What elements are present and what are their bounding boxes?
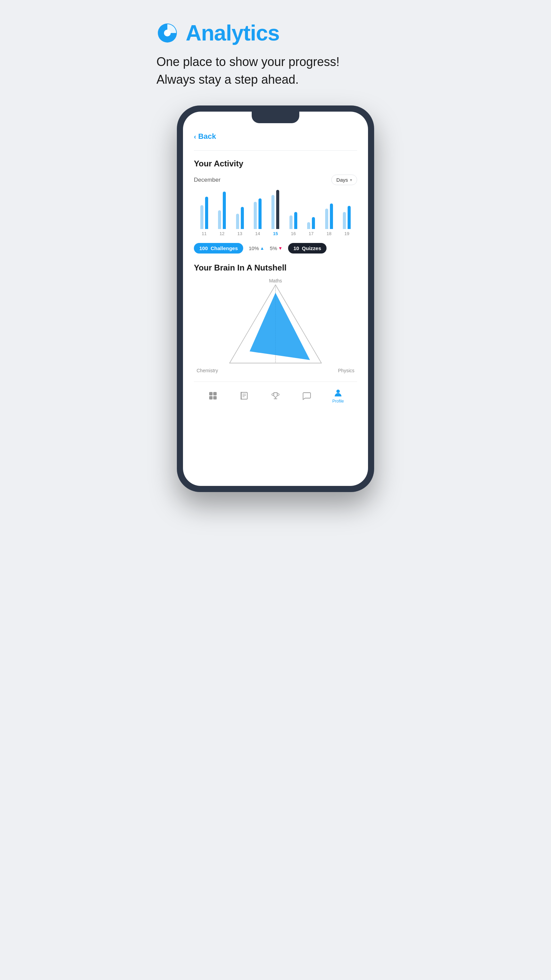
back-chevron-icon: ‹	[194, 133, 196, 140]
bar-label-12: 12	[219, 231, 224, 236]
svg-marker-6	[250, 293, 310, 360]
bar-group-11: 11	[195, 188, 213, 236]
stat-change-up: 10% ▲	[249, 245, 264, 251]
bar-label-18: 18	[327, 231, 331, 236]
svg-rect-8	[209, 392, 213, 395]
bar-light-16	[289, 215, 292, 229]
nav-item-trophy[interactable]	[260, 391, 291, 401]
arrow-up-icon: ▲	[260, 246, 264, 251]
bar-dark-13	[241, 207, 244, 229]
arrow-down-icon: ▼	[278, 246, 283, 251]
svg-rect-18	[274, 398, 277, 399]
bar-dark-17	[312, 217, 315, 229]
book-icon	[240, 391, 249, 401]
radar-label-physics: Physics	[338, 368, 354, 373]
bar-dark-15	[276, 190, 279, 229]
bar-dark-16	[294, 212, 297, 229]
bar-group-18: 18	[320, 188, 338, 236]
phone-notch	[252, 111, 299, 123]
bar-label-15: 15	[273, 231, 278, 236]
month-label: December	[194, 177, 221, 183]
brain-title: Your Brain In A Nutshell	[194, 263, 357, 272]
bar-dark-18	[330, 204, 333, 229]
activity-title: Your Activity	[194, 159, 357, 169]
bar-light-19	[343, 212, 346, 229]
bar-light-14	[254, 202, 257, 229]
bar-light-18	[325, 208, 328, 229]
nav-item-profile[interactable]: Profile	[322, 388, 354, 404]
bar-light-11	[200, 205, 203, 229]
phone-mockup: ‹ Back Your Activity December Days ▾	[177, 105, 374, 492]
bar-group-12: 12	[213, 188, 230, 236]
nav-label-profile: Profile	[332, 399, 344, 404]
bar-label-14: 14	[255, 231, 260, 236]
bar-dark-14	[259, 198, 262, 229]
chevron-down-icon: ▾	[350, 178, 352, 182]
bar-light-17	[307, 222, 310, 229]
bar-label-19: 19	[344, 231, 349, 236]
bar-group-15: 15	[267, 188, 284, 236]
challenges-badge: 100 Challenges	[194, 243, 243, 253]
svg-rect-9	[213, 392, 217, 395]
subtitle: One place to show your progress! Always …	[156, 53, 395, 89]
radar-chart	[223, 278, 328, 373]
svg-point-19	[337, 390, 340, 393]
grid-icon	[208, 391, 218, 401]
svg-rect-11	[213, 396, 217, 399]
radar-chart-container: Maths Chemistry Physics	[194, 278, 357, 373]
bar-light-15	[272, 195, 275, 229]
analytics-icon	[156, 22, 178, 44]
radar-label-maths: Maths	[269, 278, 282, 283]
bar-chart: 11 12	[194, 192, 357, 236]
nav-item-books[interactable]	[229, 391, 260, 401]
profile-icon	[333, 388, 343, 398]
bar-group-17: 17	[302, 188, 320, 236]
bar-group-13: 13	[231, 188, 249, 236]
bar-label-16: 16	[291, 231, 295, 236]
bar-dark-11	[205, 197, 208, 229]
bar-group-19: 19	[338, 188, 356, 236]
title-row: Analytics	[156, 21, 395, 46]
bar-light-12	[218, 210, 221, 229]
activity-header: December Days ▾	[194, 175, 357, 185]
svg-rect-12	[241, 392, 247, 399]
svg-rect-10	[209, 396, 213, 399]
phone-outer: ‹ Back Your Activity December Days ▾	[177, 105, 374, 492]
chat-icon	[302, 391, 311, 401]
trophy-icon	[271, 391, 280, 401]
svg-point-1	[164, 30, 171, 37]
bar-dark-12	[223, 192, 226, 229]
radar-label-chemistry: Chemistry	[197, 368, 218, 373]
bar-dark-19	[348, 206, 351, 229]
bar-label-13: 13	[237, 231, 242, 236]
activity-section: Your Activity December Days ▾	[194, 159, 357, 253]
page-title: Analytics	[186, 21, 279, 46]
bar-light-13	[236, 214, 239, 229]
divider	[194, 150, 357, 151]
brain-section: Your Brain In A Nutshell	[194, 263, 357, 373]
back-button[interactable]: ‹ Back	[194, 132, 357, 141]
header-section: Analytics One place to show your progres…	[156, 21, 395, 89]
bottom-nav: Profile	[194, 382, 357, 412]
days-dropdown[interactable]: Days ▾	[331, 175, 357, 185]
bar-group-16: 16	[284, 188, 302, 236]
phone-screen: ‹ Back Your Activity December Days ▾	[183, 111, 368, 486]
stats-row: 100 Challenges 10% ▲ 5% ▼ 10	[194, 243, 357, 253]
stat-change-down: 5% ▼	[270, 245, 283, 251]
nav-item-home[interactable]	[197, 391, 229, 401]
nav-item-chat[interactable]	[291, 391, 322, 401]
bar-label-17: 17	[309, 231, 314, 236]
bar-group-14: 14	[249, 188, 266, 236]
quizzes-badge: 10 Quizzes	[288, 243, 327, 253]
bar-label-11: 11	[202, 231, 206, 236]
